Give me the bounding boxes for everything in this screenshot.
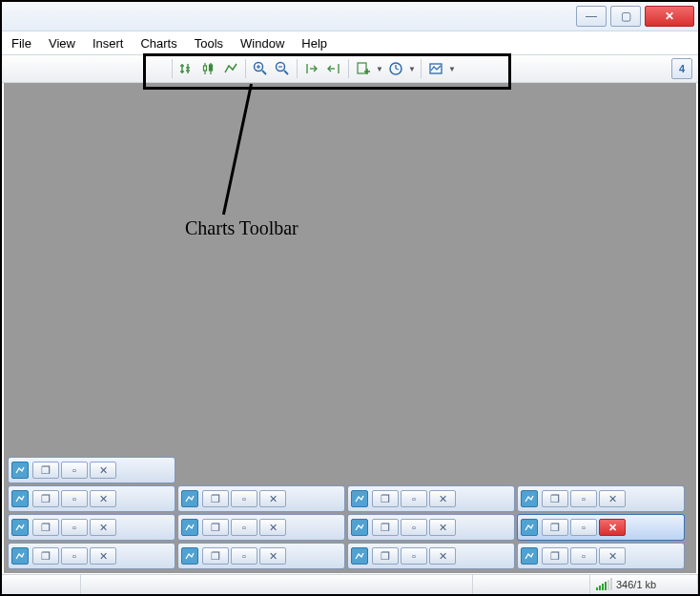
chart-tile-icon xyxy=(351,490,368,507)
tile-close-button[interactable]: ✕ xyxy=(429,547,456,565)
chart-tile-icon xyxy=(181,490,198,507)
periodicity-dropdown[interactable]: ▼ xyxy=(408,59,416,78)
tile-restore-button[interactable]: ❐ xyxy=(372,519,399,536)
chart-tile-icon xyxy=(11,462,29,479)
candlestick-button[interactable] xyxy=(199,59,218,78)
chart-tile[interactable]: ❐▫✕ xyxy=(8,514,175,541)
tile-close-button[interactable]: ✕ xyxy=(259,547,286,565)
chart-tile[interactable]: ❐ ▫ ✕ xyxy=(8,457,175,483)
chart-shift-button[interactable] xyxy=(324,59,343,78)
chart-tile[interactable]: ❐▫✕ xyxy=(517,543,685,569)
toolbar-separator xyxy=(421,59,422,78)
chart-tile[interactable]: ❐▫✕ xyxy=(177,485,345,512)
toolbar-separator xyxy=(348,59,349,78)
menu-view[interactable]: View xyxy=(49,36,75,51)
indicators-dropdown[interactable]: ▼ xyxy=(376,59,383,78)
tile-maximize-button[interactable]: ▫ xyxy=(570,490,597,507)
menu-charts[interactable]: Charts xyxy=(140,36,176,51)
close-icon: ✕ xyxy=(665,10,674,23)
tile-maximize-button[interactable]: ▫ xyxy=(401,547,427,565)
svg-rect-9 xyxy=(210,65,213,71)
tile-restore-button[interactable]: ❐ xyxy=(542,490,568,507)
tile-close-button[interactable]: ✕ xyxy=(599,547,626,565)
chart-tile-icon xyxy=(181,519,198,536)
chart-tile[interactable]: ❐▫✕ xyxy=(8,485,175,512)
menu-file[interactable]: File xyxy=(11,36,31,51)
tile-restore-button[interactable]: ❐ xyxy=(32,462,59,479)
tile-close-button[interactable]: ✕ xyxy=(259,490,286,507)
tile-close-button[interactable]: ✕ xyxy=(90,519,116,536)
menu-bar: File View Insert Charts Tools Window Hel… xyxy=(2,31,698,55)
chart-tile-icon xyxy=(351,547,368,565)
tile-close-button[interactable]: ✕ xyxy=(90,462,116,479)
tile-restore-button[interactable]: ❐ xyxy=(202,547,229,565)
toolbar-row: ▼ ▼ ▼ 4 xyxy=(2,55,698,83)
tile-close-button[interactable]: ✕ xyxy=(90,490,116,507)
indicators-button[interactable] xyxy=(354,59,373,78)
tile-close-button[interactable]: ✕ xyxy=(429,519,456,536)
tile-restore-button[interactable]: ❐ xyxy=(32,519,59,536)
tile-maximize-button[interactable]: ▫ xyxy=(61,547,88,565)
zoom-out-button[interactable] xyxy=(273,59,292,78)
tile-restore-button[interactable]: ❐ xyxy=(372,547,399,565)
templates-button[interactable] xyxy=(426,59,445,78)
chart-tile[interactable]: ❐▫✕ xyxy=(347,514,515,541)
window-close-button[interactable]: ✕ xyxy=(645,6,694,27)
tile-maximize-button[interactable]: ▫ xyxy=(231,519,257,536)
tile-restore-button[interactable]: ❐ xyxy=(542,547,568,565)
tile-maximize-button[interactable]: ▫ xyxy=(231,490,257,507)
svg-line-11 xyxy=(262,71,266,74)
templates-dropdown[interactable]: ▼ xyxy=(448,59,456,78)
tile-maximize-button[interactable]: ▫ xyxy=(401,490,427,507)
tile-maximize-button[interactable]: ▫ xyxy=(61,519,88,536)
chart-tile-icon xyxy=(521,490,538,507)
tile-maximize-button[interactable]: ▫ xyxy=(570,519,597,536)
menu-help[interactable]: Help xyxy=(301,36,327,51)
zoom-in-button[interactable] xyxy=(251,59,270,78)
tile-restore-button[interactable]: ❐ xyxy=(32,547,59,565)
chart-tile-icon xyxy=(521,519,538,536)
tile-maximize-button[interactable]: ▫ xyxy=(61,490,88,507)
tile-restore-button[interactable]: ❐ xyxy=(202,490,229,507)
line-chart-icon xyxy=(223,61,238,76)
tile-restore-button[interactable]: ❐ xyxy=(372,490,399,507)
minimized-tiles: ❐ ▫ ✕ ❐▫✕ ❐▫✕ ❐▫✕ ❐▫✕ ❐▫✕ ❐▫✕ ❐▫✕ ❐▫✕ xyxy=(8,457,685,569)
chart-tile[interactable]: ❐▫✕ xyxy=(517,485,685,512)
window-maximize-button[interactable]: ▢ xyxy=(610,6,641,27)
tile-maximize-button[interactable]: ▫ xyxy=(401,519,427,536)
toolbar-separator xyxy=(172,59,173,78)
template-icon xyxy=(428,61,443,76)
chart-tile[interactable]: ❐▫✕ xyxy=(347,485,515,512)
tile-close-button[interactable]: ✕ xyxy=(599,490,626,507)
indicators-icon xyxy=(356,61,371,76)
toolbar-separator xyxy=(245,59,246,78)
bar-chart-button[interactable] xyxy=(177,59,196,78)
tile-maximize-button[interactable]: ▫ xyxy=(231,547,257,565)
tile-close-button[interactable]: ✕ xyxy=(90,547,116,565)
chart-tile-active[interactable]: ❐▫✕ xyxy=(517,514,685,541)
tile-close-button[interactable]: ✕ xyxy=(259,519,286,536)
window-minimize-button[interactable]: — xyxy=(576,6,607,27)
tile-restore-button[interactable]: ❐ xyxy=(542,519,568,536)
tile-close-button[interactable]: ✕ xyxy=(429,490,456,507)
status-pane xyxy=(473,575,590,594)
tile-restore-button[interactable]: ❐ xyxy=(202,519,229,536)
app-window: — ▢ ✕ File View Insert Charts Tools Wind… xyxy=(0,0,700,596)
menu-window[interactable]: Window xyxy=(240,36,284,51)
chart-tile[interactable]: ❐▫✕ xyxy=(177,514,345,541)
tile-row: ❐▫✕ ❐▫✕ ❐▫✕ ❐▫✕ xyxy=(8,514,685,541)
tile-close-button[interactable]: ✕ xyxy=(599,519,626,536)
chart-tile[interactable]: ❐▫✕ xyxy=(177,543,345,569)
line-chart-button[interactable] xyxy=(221,59,240,78)
menu-tools[interactable]: Tools xyxy=(195,36,223,51)
auto-scroll-button[interactable] xyxy=(302,59,321,78)
periodicity-button[interactable] xyxy=(386,59,405,78)
tile-maximize-button[interactable]: ▫ xyxy=(61,462,88,479)
tile-restore-button[interactable]: ❐ xyxy=(32,490,59,507)
tile-maximize-button[interactable]: ▫ xyxy=(570,547,597,565)
chart-tile[interactable]: ❐▫✕ xyxy=(347,543,515,569)
svg-line-15 xyxy=(284,71,288,74)
toolbar-expander-button[interactable]: 4 xyxy=(671,58,692,79)
chart-tile[interactable]: ❐▫✕ xyxy=(8,543,175,569)
menu-insert[interactable]: Insert xyxy=(93,36,124,51)
